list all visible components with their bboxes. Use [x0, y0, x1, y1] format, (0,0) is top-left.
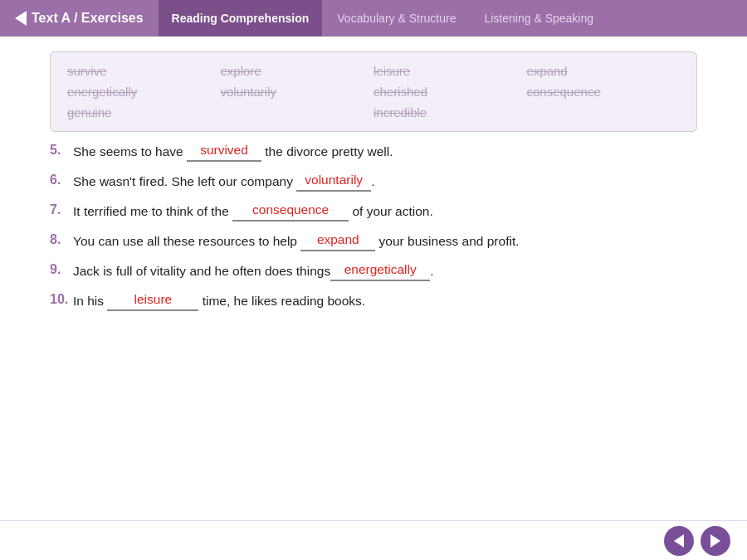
- question-5: 5. She seems to have survived the divorc…: [50, 140, 697, 162]
- q7-num: 7.: [50, 200, 73, 221]
- word-energetically: energetically: [67, 85, 221, 99]
- word-incredible: incredible: [374, 105, 680, 119]
- q6-blank: voluntarily: [296, 170, 371, 192]
- next-button[interactable]: [701, 526, 730, 556]
- question-7: 7. It terrified me to think of the conse…: [50, 200, 697, 222]
- tab-reading[interactable]: Reading Comprehension: [159, 0, 323, 37]
- word-explore: explore: [221, 64, 374, 78]
- header: Text A / Exercises Reading Comprehension…: [0, 0, 747, 37]
- word-bank-row-2: energetically voluntarily cherished cons…: [67, 85, 680, 99]
- tab-vocab[interactable]: Vocabulary & Structure: [324, 0, 469, 37]
- q5-before: She seems to have: [73, 144, 187, 158]
- q10-after: time, he likes reading books.: [198, 294, 365, 308]
- back-label: Text A / Exercises: [32, 11, 144, 26]
- q9-text: Jack is full of vitality and he often do…: [73, 260, 697, 281]
- tab-listening[interactable]: Listening & Speaking: [471, 0, 607, 37]
- question-8: 8. You can use all these resources to he…: [50, 230, 697, 251]
- q8-blank: expand: [300, 230, 375, 251]
- prev-arrow-icon: [674, 534, 684, 548]
- word-bank: survive explore leisure expand energetic…: [50, 51, 697, 132]
- questions-section: 5. She seems to have survived the divorc…: [50, 140, 697, 311]
- q10-blank: leisure: [107, 290, 198, 311]
- word-cherished: cherished: [374, 85, 527, 99]
- q7-blank: consequence: [232, 200, 349, 222]
- q7-text: It terrified me to think of the conseque…: [73, 200, 697, 222]
- q7-before: It terrified me to think of the: [73, 204, 232, 218]
- q9-after: .: [430, 264, 433, 278]
- question-10: 10. In his leisure time, he likes readin…: [50, 290, 697, 311]
- q8-num: 8.: [50, 230, 73, 251]
- word-leisure: leisure: [374, 64, 527, 78]
- back-arrow-icon: [15, 11, 27, 26]
- q6-after: .: [371, 174, 374, 188]
- q10-before: In his: [73, 294, 107, 308]
- q5-text: She seems to have survived the divorce p…: [73, 140, 697, 162]
- nav-tabs: Reading Comprehension Vocabulary & Struc…: [159, 0, 607, 37]
- footer: [0, 520, 747, 560]
- q6-text: She wasn't fired. She left our company v…: [73, 170, 697, 192]
- word-consequence: consequence: [527, 85, 681, 99]
- q6-num: 6.: [50, 170, 73, 191]
- q10-num: 10.: [50, 290, 73, 310]
- word-survive: survive: [67, 64, 221, 78]
- word-bank-row-3: genuine incredible: [67, 105, 680, 119]
- word-bank-row-1: survive explore leisure expand: [67, 64, 680, 78]
- q5-num: 5.: [50, 140, 73, 161]
- q6-before: She wasn't fired. She left our company: [73, 174, 296, 188]
- q8-after: your business and profit.: [375, 234, 519, 248]
- prev-button[interactable]: [664, 526, 694, 556]
- q5-blank: survived: [187, 140, 261, 162]
- question-6: 6. She wasn't fired. She left our compan…: [50, 170, 697, 192]
- q8-before: You can use all these resources to help: [73, 234, 300, 248]
- back-button[interactable]: Text A / Exercises: [0, 0, 159, 37]
- word-genuine: genuine: [67, 105, 374, 119]
- q9-before: Jack is full of vitality and he often do…: [73, 264, 330, 278]
- q7-after: of your action.: [349, 204, 433, 218]
- q8-text: You can use all these resources to help …: [73, 230, 697, 251]
- q10-text: In his leisure time, he likes reading bo…: [73, 290, 697, 311]
- next-arrow-icon: [710, 534, 720, 548]
- word-voluntarily: voluntarily: [221, 85, 374, 99]
- q5-after: the divorce pretty well.: [261, 144, 393, 158]
- question-9: 9. Jack is full of vitality and he often…: [50, 260, 697, 281]
- word-expand: expand: [527, 64, 681, 78]
- q9-blank: energetically: [330, 260, 430, 281]
- q9-num: 9.: [50, 260, 73, 280]
